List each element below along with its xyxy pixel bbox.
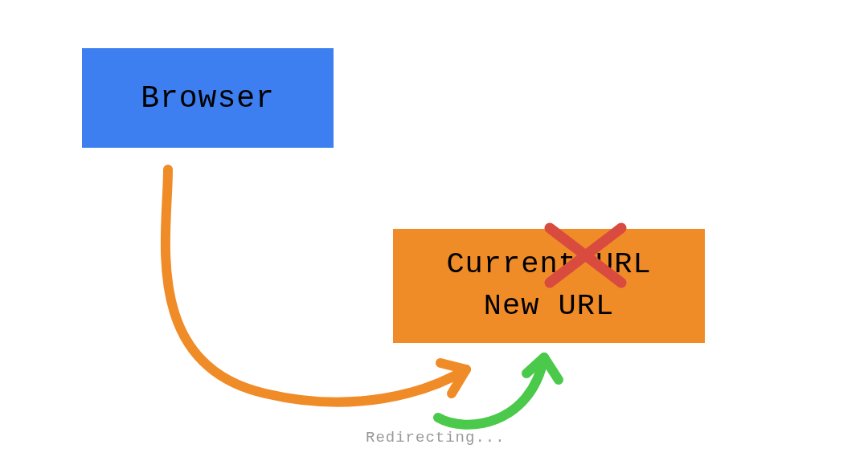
url-box: Current URL New URL [393, 229, 705, 343]
browser-label: Browser [141, 81, 275, 116]
current-url-label: Current URL [446, 244, 651, 286]
redirecting-label: Redirecting... [366, 429, 506, 446]
browser-box: Browser [82, 48, 334, 148]
new-url-label: New URL [484, 286, 614, 328]
